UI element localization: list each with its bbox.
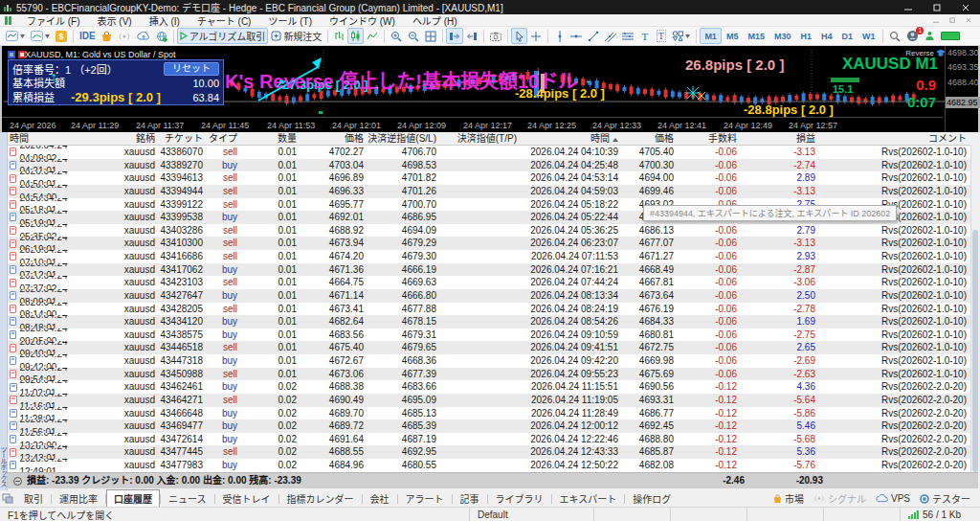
time-axis[interactable]: 24 Apr 202624 Apr 11:2924 Apr 11:3724 Ap… — [2, 117, 943, 132]
history-row[interactable]: 2026.04.24 04:54:00xauusd43394944sell0.0… — [8, 185, 970, 198]
minimize-button[interactable] — [894, 0, 923, 14]
equidistant-lines-tool-icon[interactable] — [619, 28, 636, 44]
history-row[interactable]: 2026.04.24 07:37:02xauusd43423103sell0.0… — [8, 276, 970, 289]
history-row[interactable]: 2026.04.24 11:28:01xauusd43466648buy0.02… — [8, 407, 970, 420]
horizontal-line-tool-icon[interactable] — [568, 28, 585, 44]
toolbox-tab-7[interactable]: アラート — [398, 489, 452, 508]
tile-windows-icon[interactable] — [422, 28, 439, 44]
history-row[interactable]: 2026.04.24 05:35:02xauusd43403286sell0.0… — [8, 224, 970, 238]
history-row[interactable]: 2026.04.24 08:48:01xauusd43434120buy0.01… — [8, 315, 970, 328]
toolbox-tab-4[interactable]: 受信トレイ — [215, 489, 278, 508]
toolbox-tab-10[interactable]: エキスパート — [552, 489, 625, 508]
toolbox-tab-1[interactable]: 運用比率 — [52, 489, 105, 508]
menu-item-5[interactable]: ウインドウ (W) — [321, 13, 404, 28]
column-header-0[interactable]: 時間 — [8, 132, 103, 145]
menu-item-6[interactable]: ヘルプ (H) — [404, 13, 466, 28]
toolbox-tab-2[interactable]: 口座履歴 — [106, 489, 160, 508]
chart-profile-button[interactable] — [28, 28, 53, 44]
history-row[interactable]: 2026.04.24 07:10:01xauusd43416686sell0.0… — [8, 250, 970, 263]
quotes-button[interactable]: $ — [53, 28, 70, 44]
dock-icon[interactable] — [2, 493, 13, 504]
column-header-8[interactable]: 時間 — [521, 132, 622, 145]
community-globe-icon[interactable] — [153, 28, 170, 44]
history-row[interactable]: 2026.04.24 12:49:01xauusd43477983buy0.02… — [8, 459, 970, 472]
chart-shift-right-icon[interactable] — [446, 28, 463, 44]
chart-area[interactable]: +++ XAUUSD, M1: Gold vs US Dollar / Spot… — [0, 46, 980, 132]
text-label-tool-icon[interactable]: T — [653, 28, 669, 44]
close-button[interactable] — [951, 0, 980, 14]
timeframe-h1-button[interactable]: H1 — [795, 28, 816, 44]
column-header-4[interactable]: 数量 — [241, 132, 301, 145]
text-tool-icon[interactable]: T — [636, 28, 653, 44]
history-row[interactable]: 2026.04.24 11:02:01xauusd43462461buy0.02… — [8, 380, 970, 394]
column-header-3[interactable]: タイプ — [207, 132, 241, 145]
history-row[interactable]: 2026.04.24 08:09:01xauusd43427647buy0.01… — [8, 289, 970, 303]
cursor-tool-icon[interactable] — [511, 28, 527, 44]
signals-icon[interactable] — [115, 28, 134, 44]
candlestick-mode-icon[interactable] — [347, 28, 364, 44]
maximize-button[interactable] — [923, 0, 951, 14]
column-header-11[interactable]: 損益 — [741, 132, 819, 145]
column-header-10[interactable]: 手数料 — [678, 132, 741, 145]
menu-item-3[interactable]: チャート (C) — [189, 13, 260, 28]
menu-item-0[interactable]: ファイル (F) — [18, 13, 89, 28]
status-profile[interactable]: Default — [469, 508, 593, 521]
child-restore-icon[interactable] — [949, 15, 956, 26]
crosshair-tool-icon[interactable] — [527, 28, 545, 44]
toolbox-tab-8[interactable]: 記事 — [453, 489, 487, 508]
tester-panel-button[interactable]: テスター — [920, 491, 970, 506]
market-bag-icon[interactable] — [99, 28, 115, 44]
toolbox-tab-9[interactable]: ライブラリ — [488, 489, 551, 508]
history-row[interactable]: 2026.04.24 09:05:00xauusd43438575buy0.01… — [8, 328, 970, 342]
bar-chart-mode-icon[interactable] — [331, 28, 347, 44]
toolbox-tab-5[interactable]: 指標カレンダー — [279, 489, 362, 508]
history-row[interactable]: 2026.04.24 09:54:01xauusd43450988sell0.0… — [8, 368, 970, 381]
timeframe-m15-button[interactable]: M15 — [743, 28, 769, 44]
screenshot-camera-icon[interactable] — [487, 28, 504, 44]
child-minimize-icon[interactable] — [933, 15, 940, 26]
timeframe-w1-button[interactable]: W1 — [858, 28, 880, 44]
scrollbar-thumb[interactable] — [972, 230, 978, 472]
channel-tool-icon[interactable] — [602, 28, 619, 44]
cloud-icon[interactable] — [134, 28, 153, 44]
timeframe-m1-button[interactable]: M1 — [700, 28, 722, 44]
zoom-in-icon[interactable] — [388, 28, 405, 44]
trendline-tool-icon[interactable] — [585, 28, 602, 44]
child-close-icon[interactable] — [966, 15, 972, 26]
timeframe-d1-button[interactable]: D1 — [836, 28, 858, 44]
history-row[interactable]: 2026.04.24 04:21:01xauusd43389270buy0.01… — [8, 159, 970, 172]
connection-status-icon[interactable] — [922, 28, 938, 44]
vertical-line-tool-icon[interactable] — [551, 28, 568, 44]
notifications-icon[interactable]: 1 — [903, 28, 922, 44]
toolbox-tab-3[interactable]: ニュース — [161, 489, 214, 508]
history-row[interactable]: 2026.04.24 07:12:01xauusd43417062buy0.01… — [8, 263, 970, 277]
vps-panel-button[interactable]: VPS — [876, 493, 910, 504]
column-header-6[interactable]: 決済逆指値(S/L) — [368, 132, 440, 145]
history-row[interactable]: 2026.04.24 11:16:01xauusd43464271sell0.0… — [8, 394, 970, 407]
new-order-button[interactable]: 新規注文 — [268, 28, 324, 44]
market-panel-button[interactable]: 市場 — [773, 491, 804, 506]
column-header-9[interactable]: 価格 — [622, 132, 678, 145]
algo-trading-button[interactable]: アルゴリズム取引 — [177, 28, 269, 44]
shapes-tool-icon[interactable] — [669, 28, 693, 44]
timeframe-m30-button[interactable]: M30 — [769, 28, 796, 44]
menu-item-4[interactable]: ツール (T) — [259, 13, 321, 28]
history-row[interactable]: 2026.04.24 12:43:01xauusd43477445sell0.0… — [8, 445, 970, 459]
line-chart-mode-icon[interactable] — [364, 28, 381, 44]
history-row[interactable]: 2026.04.24 06:19:01xauusd43410300sell0.0… — [8, 237, 970, 250]
column-header-2[interactable]: チケット — [159, 132, 207, 145]
toolbox-tab-6[interactable]: 会社 — [363, 489, 397, 508]
toolbox-tab-0[interactable]: 取引 — [16, 489, 51, 508]
history-row[interactable]: 2026.04.24 12:22:00xauusd43472614buy0.02… — [8, 433, 970, 446]
signals-panel-button[interactable]: シグナル — [813, 491, 866, 506]
history-row[interactable]: 2026.04.24 11:56:01xauusd43469477buy0.02… — [8, 419, 970, 433]
column-header-1[interactable]: 銘柄 — [103, 132, 159, 145]
zoom-out-icon[interactable] — [405, 28, 422, 44]
history-row[interactable]: 2026.04.24 09:42:00xauusd43447318buy0.01… — [8, 354, 970, 368]
column-header-7[interactable]: 決済指値(T/P) — [440, 132, 521, 145]
toolbox-tab-11[interactable]: 操作ログ — [625, 489, 679, 508]
timeframe-h4-button[interactable]: H4 — [816, 28, 837, 44]
vertical-scrollbar[interactable] — [970, 146, 978, 472]
search-icon[interactable] — [886, 28, 903, 44]
chart-type-button[interactable] — [3, 28, 28, 44]
